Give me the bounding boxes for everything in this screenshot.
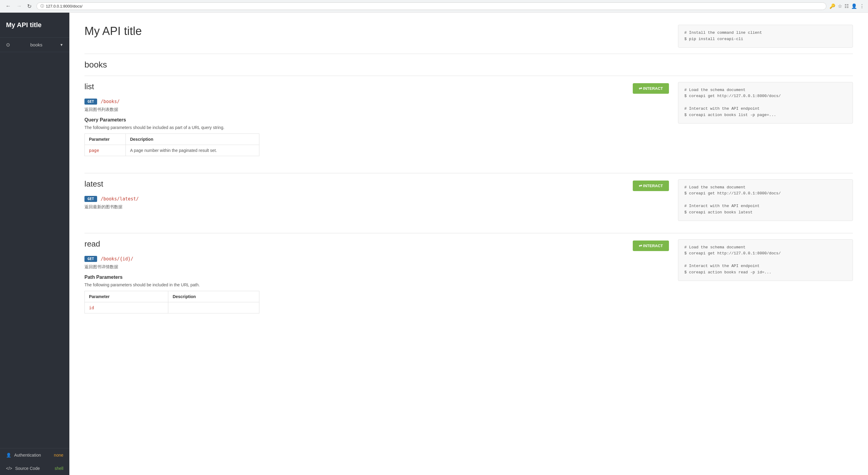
list-interact-button[interactable]: ⇌ INTERACT <box>633 83 669 94</box>
list-params-heading: Query Parameters <box>85 117 669 123</box>
qr-icon: ☷ <box>844 3 849 9</box>
read-content: read ⇌ INTERACT GET /books/{id}/ 返回图书详情数… <box>85 239 669 318</box>
table-row: page A page number within the paginated … <box>85 145 259 156</box>
key-icon: 🔑 <box>829 3 835 9</box>
source-value: shell <box>55 466 63 471</box>
books-section-heading: books <box>85 60 853 70</box>
list-params-desc: The following parameters should be inclu… <box>85 125 669 130</box>
latest-method: GET <box>85 196 97 202</box>
read-params-desc: The following parameters should be inclu… <box>85 282 669 287</box>
main-content: My API title # Install the command line … <box>69 13 868 475</box>
sidebar-authentication[interactable]: 👤 Authentication none <box>0 448 69 462</box>
list-endpoint-row: GET /books/ <box>85 99 669 105</box>
read-method: GET <box>85 256 97 262</box>
latest-interact-button[interactable]: ⇌ INTERACT <box>633 180 669 191</box>
read-description: 返回图书详情数据 <box>85 264 669 270</box>
read-section-inner: read ⇌ INTERACT GET /books/{id}/ 返回图书详情数… <box>85 239 853 318</box>
list-path: /books/ <box>101 99 120 104</box>
latest-endpoint-row: GET /books/latest/ <box>85 196 669 202</box>
read-table-desc-header: Description <box>168 291 259 302</box>
browser-chrome: ← → ↻ ⓘ 127.0.0.1:8000/docs/ 🔑 ☆ ☷ 👤 ⋮ <box>0 0 868 13</box>
list-description: 返回图书列表数据 <box>85 107 669 112</box>
list-param-desc: A page number within the paginated resul… <box>126 145 259 156</box>
list-table-desc-header: Description <box>126 134 259 145</box>
install-code-block: # Install the command line client $ pip … <box>678 25 853 47</box>
read-params-heading: Path Parameters <box>85 275 669 280</box>
sidebar-title: My API title <box>0 13 69 38</box>
table-row: id <box>85 302 259 313</box>
latest-section-inner: latest ⇌ INTERACT GET /books/latest/ 返回最… <box>85 179 853 221</box>
sidebar: My API title ⊙ books ▼ 👤 Authentication … <box>0 13 69 475</box>
read-param-desc <box>168 302 259 313</box>
books-nav-icon: ⊙ <box>6 42 10 47</box>
latest-title: latest <box>85 179 103 189</box>
lock-icon: ⓘ <box>40 4 44 9</box>
auth-value: none <box>54 453 63 457</box>
app-layout: My API title ⊙ books ▼ 👤 Authentication … <box>0 13 868 475</box>
latest-path: /books/latest/ <box>101 196 139 202</box>
url-text: 127.0.0.1:8000/docs/ <box>46 4 82 8</box>
read-table-param-header: Parameter <box>85 291 168 302</box>
auth-icon: 👤 <box>6 453 11 457</box>
list-table-param-header: Parameter <box>85 134 126 145</box>
read-title: read <box>85 239 100 249</box>
list-params-table: Parameter Description page A page number… <box>85 134 259 156</box>
list-param-name: page <box>89 148 99 153</box>
list-code-block: # Load the schema document $ coreapi get… <box>678 82 853 124</box>
page-title: My API title <box>85 25 669 38</box>
forward-button[interactable]: → <box>14 2 24 10</box>
list-content: list ⇌ INTERACT GET /books/ 返回图书列表数据 Que… <box>85 82 669 161</box>
profile-icon: 👤 <box>851 3 857 9</box>
read-path: /books/{id}/ <box>101 256 133 262</box>
sidebar-source-code[interactable]: </> Source Code shell <box>0 462 69 475</box>
read-param-name: id <box>89 305 94 310</box>
menu-icon[interactable]: ⋮ <box>860 3 864 9</box>
divider-books <box>85 54 853 54</box>
sidebar-item-label: books <box>30 42 42 47</box>
latest-content: latest ⇌ INTERACT GET /books/latest/ 返回最… <box>85 179 669 214</box>
divider-latest <box>85 173 853 173</box>
chevron-down-icon: ▼ <box>60 43 63 47</box>
sidebar-footer: 👤 Authentication none </> Source Code sh… <box>0 448 69 475</box>
section-list: list ⇌ INTERACT GET /books/ 返回图书列表数据 Que… <box>85 82 853 161</box>
browser-actions: 🔑 ☆ ☷ 👤 ⋮ <box>829 3 864 9</box>
nav-buttons[interactable]: ← → ↻ <box>4 2 33 10</box>
star-icon[interactable]: ☆ <box>838 3 842 9</box>
read-params-table: Parameter Description id <box>85 291 259 313</box>
read-endpoint-row: GET /books/{id}/ <box>85 256 669 262</box>
list-section-inner: list ⇌ INTERACT GET /books/ 返回图书列表数据 Que… <box>85 82 853 161</box>
latest-description: 返回最新的图书数据 <box>85 204 669 210</box>
divider-read <box>85 233 853 233</box>
divider-after-books <box>85 76 853 76</box>
header-row: My API title # Install the command line … <box>85 25 853 47</box>
address-bar[interactable]: ⓘ 127.0.0.1:8000/docs/ <box>36 2 826 10</box>
read-code-block: # Load the schema document $ coreapi get… <box>678 239 853 281</box>
reload-button[interactable]: ↻ <box>25 2 33 10</box>
list-method: GET <box>85 99 97 105</box>
source-label: Source Code <box>15 466 52 471</box>
read-interact-button[interactable]: ⇌ INTERACT <box>633 240 669 251</box>
back-button[interactable]: ← <box>4 2 13 10</box>
section-latest: latest ⇌ INTERACT GET /books/latest/ 返回最… <box>85 179 853 221</box>
title-col: My API title <box>85 25 669 38</box>
latest-code-block: # Load the schema document $ coreapi get… <box>678 179 853 221</box>
source-icon: </> <box>6 466 12 471</box>
sidebar-nav: ⊙ books ▼ <box>0 38 69 448</box>
sidebar-item-books[interactable]: ⊙ books ▼ <box>0 38 69 52</box>
section-read: read ⇌ INTERACT GET /books/{id}/ 返回图书详情数… <box>85 239 853 318</box>
auth-label: Authentication <box>14 453 51 457</box>
list-title: list <box>85 82 94 91</box>
